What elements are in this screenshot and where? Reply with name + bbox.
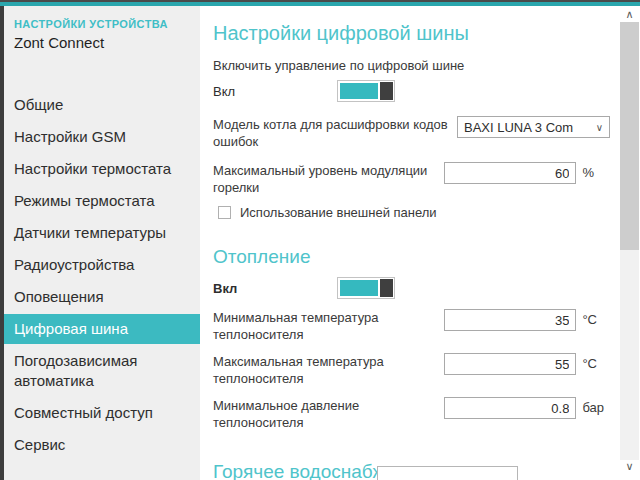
min-pressure-input[interactable] (444, 397, 576, 419)
max-temp-input[interactable] (444, 353, 576, 375)
heating-section-title: Отопление (213, 246, 610, 268)
sidebar-section-label: НАСТРОЙКИ УСТРОЙСТВА (4, 18, 200, 30)
sidebar-item-radio-devices[interactable]: Радиоустройства (4, 255, 200, 275)
scroll-up-icon[interactable]: ∧ (620, 8, 639, 22)
max-temp-unit: °C (582, 353, 610, 375)
max-temp-row: Максимальная температура теплоносителя °… (213, 353, 610, 387)
heating-enable-toggle[interactable] (337, 277, 395, 299)
device-name: Zont Connect (4, 34, 200, 51)
min-pressure-row: Минимальное давление теплоносителя бар (213, 397, 610, 431)
sidebar-item-digital-bus[interactable]: Цифровая шина (4, 314, 200, 344)
sidebar-item-shared-access[interactable]: Совместный доступ (4, 403, 200, 423)
chevron-down-icon: ∨ (596, 122, 603, 133)
boiler-model-label: Модель котла для расшифровки кодов ошибо… (213, 116, 448, 150)
sidebar-menu: Общие Настройки GSM Настройки термостата… (4, 95, 200, 455)
sidebar-item-general[interactable]: Общие (4, 95, 200, 115)
max-temp-label: Максимальная температура теплоносителя (213, 353, 444, 387)
sidebar-item-thermostat-modes[interactable]: Режимы термостата (4, 191, 200, 211)
dhw-partial-input[interactable] (377, 466, 518, 480)
boiler-model-row: Модель котла для расшифровки кодов ошибо… (213, 116, 610, 150)
sidebar-item-service[interactable]: Сервис (4, 435, 200, 455)
heating-enable-row: Вкл (213, 277, 610, 299)
modulation-label: Максимальный уровень модуляции горелки (213, 162, 444, 196)
bus-enable-label: Включить управление по цифровой шине (213, 58, 610, 74)
toggle-handle (380, 279, 393, 297)
toggle-on-fill (340, 83, 378, 99)
scrollbar-thumb[interactable] (620, 22, 639, 250)
bus-enable-toggle[interactable] (337, 80, 395, 102)
bus-enable-state-label: Вкл (213, 84, 337, 99)
bus-enable-row: Вкл (213, 80, 610, 102)
sidebar-item-thermostat-settings[interactable]: Настройки термостата (4, 159, 200, 179)
heating-enable-state-label: Вкл (213, 281, 337, 296)
modulation-unit: % (582, 162, 610, 184)
settings-sidebar: НАСТРОЙКИ УСТРОЙСТВА Zont Connect Общие … (4, 6, 200, 480)
sidebar-item-temperature-sensors[interactable]: Датчики температуры (4, 223, 200, 243)
scrollbar: ∧ ∨ (620, 6, 639, 480)
sidebar-item-notifications[interactable]: Оповещения (4, 287, 200, 307)
toggle-handle (380, 82, 393, 100)
min-temp-row: Минимальная температура теплоносителя °C (213, 309, 610, 343)
min-temp-unit: °C (582, 309, 610, 331)
min-temp-label: Минимальная температура теплоносителя (213, 309, 444, 343)
external-panel-label: Использование внешней панели (240, 205, 437, 220)
page-title: Настройки цифровой шины (213, 22, 610, 44)
boiler-model-select[interactable]: BAXI LUNA 3 Com ∨ (457, 116, 610, 138)
min-temp-input[interactable] (444, 309, 576, 331)
modulation-row: Максимальный уровень модуляции горелки % (213, 162, 610, 196)
modulation-input[interactable] (444, 162, 576, 184)
min-pressure-unit: бар (582, 397, 610, 419)
external-panel-row: Использование внешней панели (213, 205, 610, 220)
boiler-model-value: BAXI LUNA 3 Com (464, 120, 573, 135)
min-pressure-label: Минимальное давление теплоносителя (213, 397, 444, 431)
sidebar-item-gsm-settings[interactable]: Настройки GSM (4, 127, 200, 147)
scroll-down-icon[interactable]: ∨ (620, 460, 639, 474)
external-panel-checkbox[interactable] (218, 206, 231, 219)
toggle-on-fill (340, 280, 378, 296)
digital-bus-settings-panel: Настройки цифровой шины Включить управле… (213, 6, 610, 480)
sidebar-item-weather-automation[interactable]: Погодозависимая автоматика (4, 351, 174, 391)
